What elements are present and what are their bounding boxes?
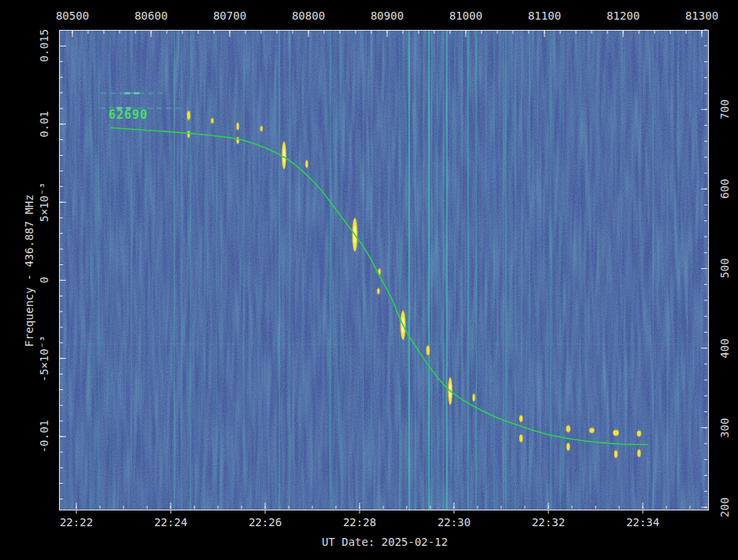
rfi-line: [216, 30, 217, 510]
rfi-line: [290, 30, 290, 510]
right-axis-tick-label: 600: [718, 179, 731, 199]
signal-detection: [237, 123, 239, 130]
signal-detection: [614, 451, 618, 458]
plot-area[interactable]: 62690: [59, 30, 708, 510]
rfi-line: [389, 30, 389, 510]
signal-detection: [637, 450, 640, 457]
bottom-axis-tick-label: 22:22: [60, 516, 93, 529]
rfi-line: [259, 30, 260, 510]
rfi-line: [90, 30, 91, 510]
faint-horizontal-line: [59, 344, 708, 344]
right-axis-tick-label: 300: [718, 418, 731, 437]
signal-detection: [589, 428, 594, 433]
rfi-line: [303, 30, 304, 510]
signal-detection: [519, 415, 522, 422]
rfi-line: [446, 30, 448, 510]
x-axis-title: UT Date: 2025-02-12: [322, 536, 448, 548]
bottom-axis-tick-label: 22:34: [626, 516, 659, 529]
noise-grain-texture: [59, 30, 708, 510]
signal-detection: [260, 127, 263, 131]
right-axis-tick-label: 700: [718, 100, 731, 120]
signal-detection-core: [283, 148, 286, 163]
rfi-line: [653, 30, 654, 510]
left-axis-tick-label: 5×10⁻³: [38, 182, 50, 223]
rfplot-screen: 62690 8050080600807008080080900810008110…: [0, 0, 738, 560]
top-axis-tick-label: 80800: [292, 9, 325, 22]
signal-detection: [637, 431, 641, 437]
rfi-line: [506, 30, 507, 510]
y-axis-title: Frequency - 436.887 MHz: [23, 194, 35, 347]
rfi-line: [371, 30, 372, 510]
rfi-line: [462, 30, 463, 510]
rfi-line: [622, 30, 622, 510]
rfi-line: [599, 30, 600, 510]
rfi-line: [190, 30, 191, 510]
top-axis-tick-label: 80900: [371, 9, 404, 22]
signal-detection: [187, 111, 190, 120]
rfi-line: [468, 30, 469, 510]
rfi-line: [551, 30, 552, 510]
signal-detection: [237, 137, 239, 143]
rfi-line: [530, 30, 530, 510]
rfi-line: [110, 30, 111, 510]
bottom-axis-tick-label: 22:32: [532, 516, 565, 529]
signal-detection: [378, 289, 380, 294]
signal-detection: [187, 131, 190, 138]
rfi-line: [141, 30, 142, 510]
rfi-line: [244, 30, 245, 510]
rfi-line: [341, 30, 341, 510]
bottom-axis-tick-label: 22:24: [154, 516, 187, 529]
top-axis-tick-label: 81100: [528, 9, 561, 22]
top-axis-tick-label: 80700: [213, 9, 246, 22]
rfi-line: [667, 30, 668, 510]
rfi-line: [678, 30, 679, 510]
rfi-line: [485, 30, 486, 510]
right-axis-tick-label: 200: [718, 497, 731, 517]
top-axis-tick-label: 80600: [135, 9, 168, 22]
signal-detection: [519, 435, 522, 442]
track-id-label: 62690: [109, 108, 148, 122]
right-axis-tick-label: 400: [718, 338, 731, 358]
rfi-line: [330, 30, 331, 510]
left-axis-tick-label: -0.01: [38, 420, 50, 453]
bottom-axis-tick-label: 22:28: [343, 516, 376, 529]
rfi-line: [408, 30, 410, 510]
left-axis-tick-label: 0.01: [38, 111, 50, 138]
rfi-line: [423, 30, 424, 510]
top-axis-tick-label: 81000: [449, 9, 482, 22]
rfi-line: [400, 30, 400, 510]
right-axis-tick-label: 500: [718, 259, 731, 278]
rfi-line: [455, 30, 456, 510]
rfi-line: [428, 30, 430, 510]
rfi-line: [476, 30, 477, 510]
left-axis-tick-label: 0.015: [38, 29, 50, 62]
left-axis-tick-label: 0: [38, 277, 50, 283]
rfi-line: [504, 30, 504, 510]
rfi-line: [494, 30, 495, 510]
spectrogram-canvas: [59, 30, 708, 510]
rfi-line: [279, 30, 280, 510]
signal-detection: [305, 160, 308, 168]
rfi-line: [181, 30, 182, 510]
rfi-line: [98, 30, 99, 510]
bottom-axis-tick-label: 22:30: [437, 516, 470, 529]
top-axis-tick-label: 81300: [685, 9, 718, 22]
rfi-line: [515, 30, 516, 510]
rfi-line: [431, 30, 432, 510]
signal-detection: [473, 394, 475, 401]
rfi-line: [580, 30, 581, 510]
signal-detection: [426, 345, 430, 355]
signal-detection: [566, 426, 570, 432]
rfi-line: [415, 30, 415, 510]
rfi-line: [363, 30, 363, 510]
rfi-line: [205, 30, 205, 510]
signal-detection: [613, 430, 618, 436]
rfi-line: [537, 30, 538, 510]
rfi-line: [174, 30, 175, 510]
bottom-axis-tick-label: 22:26: [249, 516, 282, 529]
rfi-line: [443, 30, 444, 510]
left-axis-tick-label: -5×10⁻³: [38, 335, 50, 381]
top-axis-tick-label: 81200: [607, 9, 640, 22]
rfi-line: [437, 30, 438, 510]
signal-detection: [566, 444, 570, 451]
